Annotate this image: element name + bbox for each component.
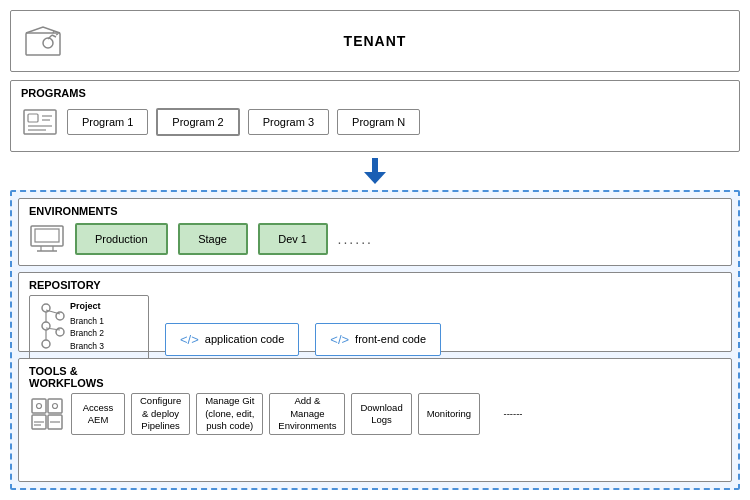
- programs-label: PROGRAMS: [21, 87, 729, 99]
- main-container: TENANT PROGRAMS Program 1 Program 2: [0, 0, 750, 500]
- program-2-box: Program 2: [156, 108, 239, 136]
- tool-download-logs: Download Logs: [351, 393, 411, 435]
- tool-dots: ------: [486, 393, 540, 435]
- tool-access-aem: Access AEM: [71, 393, 125, 435]
- program-n-box: Program N: [337, 109, 420, 135]
- svg-marker-13: [364, 172, 386, 184]
- svg-line-5: [56, 34, 58, 35]
- svg-point-21: [42, 340, 50, 348]
- app-code-box: </> application code: [165, 323, 299, 356]
- program-1-box: Program 1: [67, 109, 148, 135]
- svg-rect-28: [32, 399, 46, 413]
- tenant-title: TENANT: [344, 33, 407, 49]
- tenant-section: TENANT: [10, 10, 740, 72]
- tool-monitoring: Monitoring: [418, 393, 480, 435]
- svg-line-3: [52, 35, 56, 37]
- programs-section: PROGRAMS Program 1 Program 2 Program 3: [10, 80, 740, 152]
- env-icon: [29, 221, 65, 257]
- tools-content: Access AEM Configure & deploy Pipelines …: [29, 393, 721, 435]
- code-icon-1: </>: [180, 332, 199, 347]
- svg-rect-15: [35, 229, 59, 242]
- environments-label: ENVIRONMENTS: [29, 205, 721, 217]
- repo-project-title: Project: [70, 300, 105, 313]
- production-env-box: Production: [75, 223, 168, 255]
- svg-rect-29: [48, 399, 62, 413]
- repository-label: REPOSITORY: [29, 279, 721, 291]
- environments-content: Production Stage Dev 1 ......: [29, 221, 721, 257]
- tenant-icon: [23, 21, 63, 61]
- repository-section: REPOSITORY: [18, 272, 732, 352]
- repo-tree-icon: [38, 300, 66, 350]
- tools-section: TOOLS & WORKFLOWS Access AEM: [18, 358, 732, 482]
- svg-point-1: [43, 38, 53, 48]
- tool-configure-deploy: Configure & deploy Pipelines: [131, 393, 190, 435]
- tool-add-manage-env: Add & Manage Environments: [269, 393, 345, 435]
- code-icon-2: </>: [330, 332, 349, 347]
- arrow-container: [10, 160, 740, 182]
- svg-point-32: [37, 404, 42, 409]
- programs-icon: [21, 103, 59, 141]
- stage-env-box: Stage: [178, 223, 248, 255]
- programs-content: Program 1 Program 2 Program 3 Program N: [21, 103, 729, 141]
- blue-dashed-container: ENVIRONMENTS Production Stage: [10, 190, 740, 490]
- svg-rect-12: [372, 158, 378, 172]
- environments-section: ENVIRONMENTS Production Stage: [18, 198, 732, 266]
- tools-icon: [29, 396, 65, 432]
- svg-point-33: [53, 404, 58, 409]
- env-dots: ......: [338, 231, 373, 247]
- down-arrow-icon: [364, 158, 386, 184]
- program-3-box: Program 3: [248, 109, 329, 135]
- tool-manage-git: Manage Git (clone, edit, push code): [196, 393, 263, 435]
- frontend-code-box: </> front-end code: [315, 323, 441, 356]
- dev1-env-box: Dev 1: [258, 223, 328, 255]
- svg-rect-7: [28, 114, 38, 122]
- tools-label: TOOLS & WORKFLOWS: [29, 365, 721, 389]
